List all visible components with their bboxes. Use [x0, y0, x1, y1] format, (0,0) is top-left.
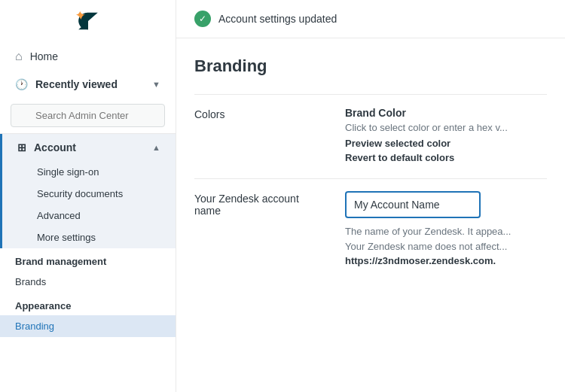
home-label: Home [30, 50, 58, 62]
account-description: The name of your Zendesk. It appea... Yo… [345, 224, 547, 269]
account-name-content: The name of your Zendesk. It appea... Yo… [345, 191, 547, 269]
colors-content: Brand Color Click to select color or ent… [345, 107, 547, 166]
success-icon: ✓ [194, 11, 211, 27]
sidebar-item-more-settings[interactable]: More settings [2, 226, 176, 248]
sidebar-item-advanced[interactable]: Advanced [2, 205, 176, 226]
chevron-down-icon: ▼ [152, 80, 160, 89]
search-wrapper: 🔍 [11, 104, 165, 127]
account-section-header[interactable]: ⊞ Account ▲ [2, 134, 176, 161]
account-label: Account [34, 141, 76, 153]
page-title: Branding [194, 56, 547, 76]
notification-bar: ✓ Account settings updated [176, 0, 565, 38]
logo-container [0, 0, 176, 42]
clock-icon: 🕐 [15, 78, 28, 90]
colors-row: Colors Brand Color Click to select color… [194, 94, 547, 178]
search-input[interactable] [11, 104, 165, 127]
home-icon: ⌂ [15, 50, 23, 63]
sidebar-item-brands[interactable]: Brands [0, 271, 176, 293]
preview-color-action[interactable]: Preview selected color [345, 138, 547, 149]
search-container: 🔍 [0, 98, 176, 134]
sidebar-item-security-docs[interactable]: Security documents [2, 183, 176, 205]
appearance-header: Appearance [0, 293, 176, 315]
sidebar-item-branding[interactable]: Branding [0, 315, 176, 337]
sidebar: ⌂ Home 🕐 Recently viewed ▼ 🔍 ⊞ Account ▲… [0, 0, 176, 392]
account-url: https://z3ndmoser.zendesk.com. [345, 255, 496, 266]
brand-management-header: Brand management [0, 248, 176, 271]
recently-viewed-label: Recently viewed [35, 78, 118, 90]
chevron-up-icon: ▲ [152, 143, 160, 152]
account-name-label: Your Zendesk account name [194, 191, 315, 217]
color-instruction: Click to select color or enter a hex v..… [345, 122, 547, 133]
sidebar-item-sso[interactable]: Single sign-on [2, 161, 176, 183]
account-name-input[interactable] [345, 191, 481, 218]
main-content: ✓ Account settings updated Branding Colo… [176, 0, 565, 392]
sidebar-item-home[interactable]: ⌂ Home [0, 42, 176, 71]
colors-label: Colors [194, 107, 315, 120]
notification-text: Account settings updated [218, 13, 337, 25]
account-section: ⊞ Account ▲ Single sign-on Security docu… [0, 134, 176, 248]
account-name-row: Your Zendesk account name The name of yo… [194, 178, 547, 281]
brand-color-label: Brand Color [345, 107, 547, 119]
content-area: Branding Colors Brand Color Click to sel… [176, 38, 565, 299]
zendesk-logo [70, 9, 106, 33]
grid-icon: ⊞ [17, 141, 26, 153]
sidebar-item-recently-viewed[interactable]: 🕐 Recently viewed ▼ [0, 71, 176, 98]
revert-colors-action[interactable]: Revert to default colors [345, 152, 547, 163]
